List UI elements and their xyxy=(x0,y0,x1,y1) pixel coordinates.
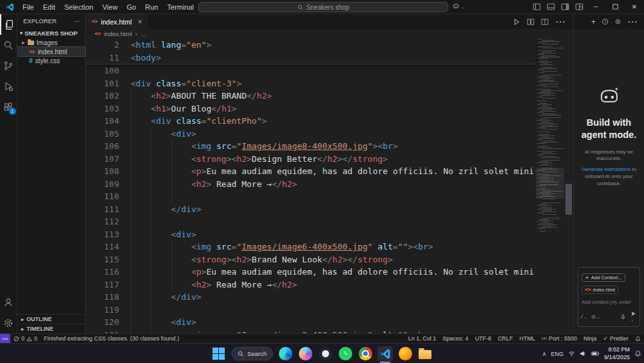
chat-input-box[interactable]: Add Context... <> index.html Add context… xyxy=(578,267,640,327)
line-number[interactable]: 11 xyxy=(86,52,122,64)
problems-indicator[interactable]: 0 0 xyxy=(10,335,41,342)
line-number[interactable]: 114 xyxy=(86,240,122,253)
code-text[interactable] xyxy=(122,190,191,203)
line-number[interactable]: 119 xyxy=(86,304,122,317)
language-indicator[interactable]: ENG xyxy=(551,351,564,357)
line-number[interactable]: 115 xyxy=(86,253,122,266)
line-number[interactable]: 121 xyxy=(86,329,122,334)
code-line-103[interactable]: 103<h1>Our Blog</h1> xyxy=(86,103,536,115)
code-line-101[interactable]: 101<div class="client-3"> xyxy=(86,77,536,90)
code-text[interactable]: <img src="Images/image8-400x500.jpg"><br… xyxy=(122,140,398,153)
code-text[interactable]: <p>Eu mea audiam equidem, has ad dolore … xyxy=(122,165,534,178)
add-context-button[interactable]: Add Context... xyxy=(582,273,625,282)
menu-terminal[interactable]: Terminal xyxy=(163,0,199,14)
code-text[interactable]: </div> xyxy=(122,203,202,216)
menu-edit[interactable]: Edit xyxy=(39,0,60,14)
window-close-button[interactable]: ✕ xyxy=(625,0,644,14)
line-number[interactable]: 105 xyxy=(86,128,122,141)
run-file-icon[interactable] xyxy=(513,18,520,26)
code-text[interactable]: <h2> Read More →</h2> xyxy=(122,279,297,291)
eol-sequence[interactable]: CRLF xyxy=(495,335,516,342)
code-text[interactable]: <strong><h2>Design Better</h2></strong> xyxy=(122,153,388,166)
window-minimize-button[interactable]: ─ xyxy=(586,0,605,14)
code-line-2[interactable]: 2<html lang="en"> xyxy=(86,39,536,52)
model-picker[interactable]: G ⌄ xyxy=(592,314,601,320)
code-line-117[interactable]: 117<h2> Read More →</h2> xyxy=(86,279,536,291)
language-mode[interactable]: HTML xyxy=(516,335,538,342)
new-chat-icon[interactable]: + xyxy=(591,17,596,26)
code-line-107[interactable]: 107<strong><h2>Design Better</h2></stron… xyxy=(86,153,536,166)
code-text[interactable]: <html lang="en"> xyxy=(122,39,211,52)
copilot-menu-button[interactable]: ⌄ xyxy=(452,3,464,10)
line-number[interactable]: 101 xyxy=(86,77,122,90)
line-number[interactable]: 109 xyxy=(86,178,122,191)
code-line-11[interactable]: 11<body> xyxy=(86,52,536,64)
cursor-position[interactable]: Ln 1, Col 1 xyxy=(405,335,440,342)
explorer-more-icon[interactable]: ⋯ xyxy=(74,17,80,25)
extensions-activity-icon[interactable]: 1 xyxy=(0,97,17,117)
minimap[interactable] xyxy=(536,39,564,333)
run-debug-activity-icon[interactable] xyxy=(0,76,17,97)
source-control-activity-icon[interactable] xyxy=(0,55,17,76)
whatsapp-icon[interactable] xyxy=(337,346,353,362)
file-explorer-icon[interactable] xyxy=(417,346,433,362)
code-text[interactable]: <img src="Images/image6-400x500.jpg" alt… xyxy=(122,240,433,253)
chat-history-icon[interactable] xyxy=(601,18,609,25)
code-text[interactable]: <h2>ABOUT THE BRAND</h2> xyxy=(122,90,272,103)
code-line-120[interactable]: 120<div> xyxy=(86,316,536,329)
command-center-search[interactable]: Sneakers shop xyxy=(198,2,448,12)
breadcrumb-symbol[interactable]: ... xyxy=(140,30,146,37)
editor-more-icon[interactable]: ⋯ xyxy=(555,15,565,28)
minimap-viewport[interactable] xyxy=(536,168,564,199)
line-number[interactable]: 111 xyxy=(86,203,122,216)
code-line-110[interactable]: 110 xyxy=(86,190,536,203)
search-activity-icon[interactable] xyxy=(0,35,17,55)
prettier-status[interactable]: ✓ Prettier xyxy=(600,335,632,342)
ninja-extension[interactable]: Ninja xyxy=(580,335,600,342)
notification-bell-icon[interactable] xyxy=(634,350,641,357)
code-lines[interactable]: 100101<div class="client-3">102<h2>ABOUT… xyxy=(86,64,536,333)
explorer-item-style-css[interactable]: # style.css xyxy=(17,56,85,65)
context-file-chip[interactable]: <> index.html xyxy=(582,286,618,294)
line-number[interactable]: 110 xyxy=(86,190,122,203)
code-text[interactable] xyxy=(122,215,171,228)
code-line-116[interactable]: 116<p>Eu mea audiam equidem, has ad dolo… xyxy=(86,266,536,279)
code-editor[interactable]: 2<html lang="en">11<body> 100101<div cla… xyxy=(86,39,573,333)
line-number[interactable]: 116 xyxy=(86,266,122,279)
chrome-icon[interactable] xyxy=(357,346,373,362)
line-number[interactable]: 120 xyxy=(86,316,122,329)
line-number[interactable]: 2 xyxy=(86,39,122,52)
window-maximize-button[interactable] xyxy=(605,0,625,14)
code-text[interactable]: <div> xyxy=(122,316,196,329)
line-number[interactable]: 113 xyxy=(86,228,122,241)
timeline-section[interactable]: ▸ TIMELINE xyxy=(17,324,85,333)
start-button[interactable] xyxy=(211,346,227,362)
code-line-104[interactable]: 104<div class="clientPho"> xyxy=(86,115,536,128)
explorer-item-index-html[interactable]: <> index.html xyxy=(17,47,85,56)
line-number[interactable]: 117 xyxy=(86,279,122,291)
split-editor-icon[interactable] xyxy=(541,18,549,26)
code-line-112[interactable]: 112 xyxy=(86,215,536,228)
scrollbar-thumb[interactable] xyxy=(565,184,572,215)
wifi-icon[interactable] xyxy=(568,350,575,357)
voice-input-icon[interactable] xyxy=(620,314,626,320)
tab-index-html[interactable]: <> index.html ✕ xyxy=(86,14,149,29)
toggle-secondary-sidebar-icon[interactable] xyxy=(558,0,572,14)
github-desktop-icon[interactable] xyxy=(317,346,333,362)
outline-section[interactable]: ▸ OUTLINE xyxy=(17,314,85,324)
tray-chevron-icon[interactable]: ∧ xyxy=(542,351,547,357)
code-text[interactable]: <strong><h2>Brand New Look</h2></strong> xyxy=(122,253,393,266)
line-number[interactable]: 103 xyxy=(86,103,122,115)
open-changes-icon[interactable] xyxy=(527,18,535,26)
code-line-111[interactable]: 111</div> xyxy=(86,203,536,216)
line-number[interactable]: 108 xyxy=(86,165,122,178)
code-line-108[interactable]: 108<p>Eu mea audiam equidem, has ad dolo… xyxy=(86,165,536,178)
notifications-bell-icon[interactable] xyxy=(632,336,644,342)
code-text[interactable]: </div> xyxy=(122,291,202,304)
code-line-115[interactable]: 115<strong><h2>Brand New Look</h2></stro… xyxy=(86,253,536,266)
code-text[interactable]: <div class="client-3"> xyxy=(122,77,242,90)
menu-selection[interactable]: Selection xyxy=(60,0,98,14)
code-line-113[interactable]: 113<div> xyxy=(86,228,536,241)
customize-layout-icon[interactable] xyxy=(572,0,586,14)
breadcrumb[interactable]: <> index.html › ... xyxy=(86,29,573,39)
